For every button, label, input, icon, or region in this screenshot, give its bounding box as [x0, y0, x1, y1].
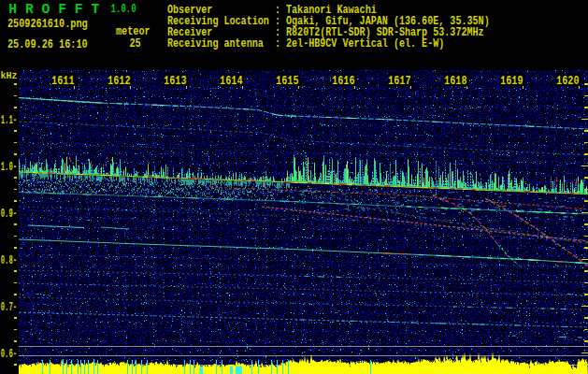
svg-text:kHz: kHz [1, 70, 18, 81]
svg-text:1617: 1617 [388, 75, 410, 87]
svg-text:1620: 1620 [556, 75, 580, 87]
svg-text:1611: 1611 [51, 75, 75, 87]
svg-text:Receiving antenna : 2el-HB9CV: Receiving antenna : 2el-HB9CV Vertical (… [167, 37, 444, 50]
svg-text:H R O F F T: H R O F F T [8, 2, 99, 17]
svg-text:1618: 1618 [444, 75, 467, 87]
svg-text:25.09.26 16:10: 25.09.26 16:10 [7, 38, 88, 50]
svg-text:1616: 1616 [332, 75, 355, 87]
svg-text:0.6-: 0.6- [1, 347, 17, 361]
svg-text:1612: 1612 [108, 75, 131, 87]
svg-text:1619: 1619 [500, 75, 523, 87]
svg-text:0.9-: 0.9- [1, 207, 17, 221]
svg-text:1.1-: 1.1- [1, 113, 17, 127]
svg-text:2509261610.png: 2509261610.png [7, 18, 88, 30]
svg-text:1613: 1613 [164, 75, 187, 87]
svg-text:1.0.0: 1.0.0 [111, 3, 136, 16]
svg-text:0.8-: 0.8- [1, 253, 17, 267]
svg-text:1.0-: 1.0- [1, 160, 17, 174]
svg-text:1614: 1614 [220, 75, 243, 87]
svg-text:meteor: meteor [116, 25, 151, 37]
svg-text:25: 25 [130, 38, 142, 50]
svg-text:1615: 1615 [276, 75, 299, 87]
svg-text:0.7-: 0.7- [1, 300, 17, 314]
